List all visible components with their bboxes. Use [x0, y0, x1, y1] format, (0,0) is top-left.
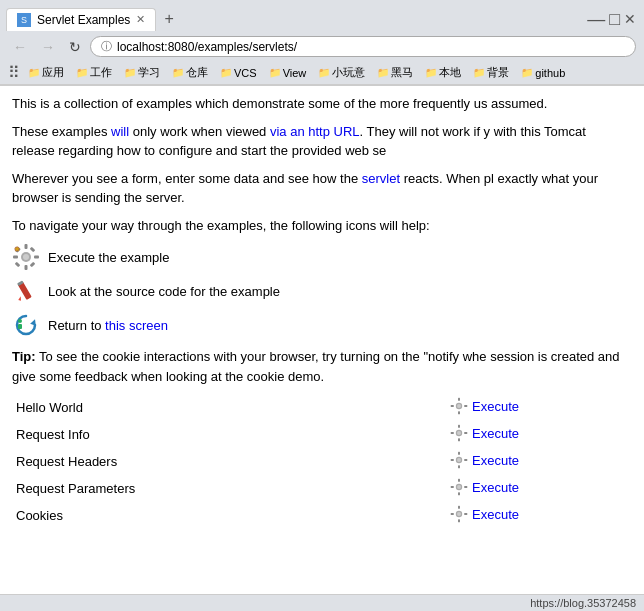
tab-favicon: S — [17, 13, 31, 27]
example-actions: Execute — [446, 394, 632, 421]
svg-rect-28 — [451, 432, 454, 434]
example-name: Cookies — [12, 502, 446, 529]
folder-icon: 📁 — [377, 67, 389, 78]
execute-small-icon — [450, 424, 468, 442]
bookmark-bg[interactable]: 📁 背景 — [469, 64, 513, 81]
table-row: Request Headers Execute — [12, 448, 632, 475]
example-actions: Execute — [446, 502, 632, 529]
folder-icon: 📁 — [318, 67, 330, 78]
bookmark-vcs[interactable]: 📁 VCS — [216, 66, 261, 80]
servlet-link[interactable]: servlet — [362, 171, 400, 186]
table-row: Request Parameters Execute — [12, 475, 632, 502]
execute-link[interactable]: Execute — [450, 397, 519, 415]
via-link[interactable]: via an http URL — [270, 124, 360, 139]
will-link[interactable]: will — [111, 124, 129, 139]
folder-icon: 📁 — [76, 67, 88, 78]
icon-return-item: Return to this screen — [12, 311, 632, 339]
source-label: Look at the source code for the example — [48, 284, 280, 299]
intro-para3: Wherever you see a form, enter some data… — [12, 169, 632, 208]
execute-link[interactable]: Execute — [450, 451, 519, 469]
bookmark-label: 黑马 — [391, 65, 413, 80]
nav-bar: ← → ↻ ⓘ localhost:8080/examples/servlets… — [0, 32, 644, 61]
forward-button[interactable]: → — [36, 37, 60, 57]
intro-para4: To navigate your way through the example… — [12, 216, 632, 236]
folder-icon: 📁 — [269, 67, 281, 78]
svg-point-43 — [457, 512, 461, 516]
execute-small-icon — [450, 478, 468, 496]
svg-point-19 — [457, 404, 461, 408]
minimize-button[interactable]: — — [587, 9, 605, 30]
tab-close-button[interactable]: ✕ — [136, 13, 145, 26]
bookmark-heima[interactable]: 📁 黑马 — [373, 64, 417, 81]
folder-icon: 📁 — [473, 67, 485, 78]
execute-link[interactable]: Execute — [450, 505, 519, 523]
bookmark-apps[interactable]: 📁 应用 — [24, 64, 68, 81]
svg-rect-40 — [451, 486, 454, 488]
folder-icon: 📁 — [28, 67, 40, 78]
icon-execute-item: Execute the example — [12, 243, 632, 271]
address-bar[interactable]: ⓘ localhost:8080/examples/servlets/ — [90, 36, 636, 57]
table-row: Request Info Execute — [12, 421, 632, 448]
svg-rect-29 — [464, 432, 467, 434]
folder-icon: 📁 — [220, 67, 232, 78]
svg-rect-2 — [25, 244, 28, 249]
svg-point-31 — [457, 458, 461, 462]
execute-link[interactable]: Execute — [450, 424, 519, 442]
browser-tab[interactable]: S Servlet Examples ✕ — [6, 8, 156, 31]
svg-point-16 — [18, 319, 22, 323]
svg-rect-20 — [458, 398, 460, 401]
this-screen-link[interactable]: this screen — [105, 318, 168, 333]
table-row: Cookies Execute — [12, 502, 632, 529]
reload-button[interactable]: ↻ — [64, 37, 86, 57]
bookmarks-bar: ⠿ 📁 应用 📁 工作 📁 学习 📁 仓库 📁 VCS 📁 View 📁 小玩意 — [0, 61, 644, 85]
bookmark-toys[interactable]: 📁 小玩意 — [314, 64, 369, 81]
tab-bar: S Servlet Examples ✕ + — □ ✕ — [0, 0, 644, 32]
svg-rect-45 — [458, 519, 460, 522]
return-label: Return to this screen — [48, 318, 168, 333]
svg-point-37 — [457, 485, 461, 489]
svg-rect-23 — [464, 405, 467, 407]
bookmark-study[interactable]: 📁 学习 — [120, 64, 164, 81]
bookmark-github[interactable]: 📁 github — [517, 66, 569, 80]
bookmark-local[interactable]: 📁 本地 — [421, 64, 465, 81]
back-button[interactable]: ← — [8, 37, 32, 57]
lock-icon: ⓘ — [101, 39, 112, 54]
svg-point-1 — [23, 254, 29, 260]
example-name: Request Info — [12, 421, 446, 448]
bookmark-label: 仓库 — [186, 65, 208, 80]
bookmark-label: 工作 — [90, 65, 112, 80]
icon-source-item: Look at the source code for the example — [12, 277, 632, 305]
new-tab-button[interactable]: + — [156, 6, 181, 32]
execute-icon — [12, 243, 40, 271]
bookmark-repo[interactable]: 📁 仓库 — [168, 64, 212, 81]
svg-rect-21 — [458, 411, 460, 414]
svg-rect-38 — [458, 479, 460, 482]
execute-small-icon — [450, 505, 468, 523]
bookmark-view[interactable]: 📁 View — [265, 66, 311, 80]
bookmark-label: View — [283, 67, 307, 79]
execute-link[interactable]: Execute — [450, 478, 519, 496]
svg-rect-26 — [458, 425, 460, 428]
tip-paragraph: Tip: To see the cookie interactions with… — [12, 347, 632, 386]
intro-para2: These examples will only work when viewe… — [12, 122, 632, 161]
svg-rect-41 — [464, 486, 467, 488]
execute-label: Execute the example — [48, 250, 169, 265]
bookmark-label: 应用 — [42, 65, 64, 80]
folder-icon: 📁 — [124, 67, 136, 78]
folder-icon: 📁 — [172, 67, 184, 78]
example-name: Request Parameters — [12, 475, 446, 502]
close-window-button[interactable]: ✕ — [624, 11, 636, 27]
svg-rect-46 — [451, 513, 454, 515]
apps-icon[interactable]: ⠿ — [8, 63, 20, 82]
url-text: localhost:8080/examples/servlets/ — [117, 40, 297, 54]
bookmark-label: 本地 — [439, 65, 461, 80]
examples-table: Hello World Execute — [12, 394, 632, 529]
svg-rect-33 — [458, 465, 460, 468]
folder-icon: 📁 — [521, 67, 533, 78]
bookmark-work[interactable]: 📁 工作 — [72, 64, 116, 81]
bookmark-label: VCS — [234, 67, 257, 79]
svg-rect-44 — [458, 506, 460, 509]
svg-rect-34 — [451, 459, 454, 461]
maximize-button[interactable]: □ — [609, 9, 620, 30]
tab-title: Servlet Examples — [37, 13, 130, 27]
